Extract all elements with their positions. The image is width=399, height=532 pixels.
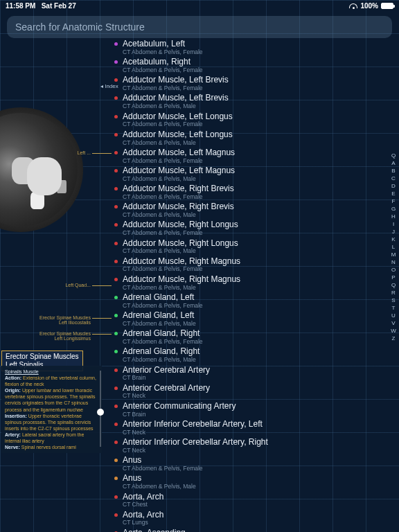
list-item[interactable]: Adductor Muscle, Left LongusCT Abdomen &… (114, 129, 384, 147)
category-dot-icon (114, 387, 118, 390)
alpha-index-letter[interactable]: E (389, 190, 398, 198)
ct-scan-image[interactable] (0, 107, 83, 232)
list-item[interactable]: AnusCT Abdomen & Pelvis, Male (114, 472, 384, 490)
alpha-index-letter[interactable]: O (389, 267, 398, 274)
alpha-index-letter[interactable]: H (389, 213, 398, 221)
item-title: Aorta, Arch (123, 511, 384, 520)
category-dot-icon (114, 169, 118, 172)
info-action-label: Action: (5, 375, 21, 380)
list-item[interactable]: Adductor Muscle, Right MagnusCT Abdomen … (114, 256, 384, 274)
category-dot-icon (114, 350, 118, 353)
leader-label[interactable]: Erector Spinae Muscles Left Longissimus (39, 331, 91, 341)
list-item[interactable]: Anterior Inferior Cerebellar Artery, Lef… (114, 418, 384, 436)
leader-label[interactable]: Erector Spinae Muscles Left Iliocostalis (39, 315, 91, 325)
category-dot-icon (114, 441, 118, 444)
list-item[interactable]: AnusCT Abdomen & Pelvis, Female (114, 454, 384, 472)
list-item[interactable]: Anterior Inferior Cerebellar Artery, Rig… (114, 436, 384, 454)
alpha-index-letter[interactable]: Q (389, 282, 398, 290)
list-item[interactable]: Adrenal Gland, RightCT Abdomen & Pelvis,… (114, 346, 384, 364)
list-item[interactable]: Adductor Muscle, Right BrevisCT Abdomen … (114, 183, 384, 201)
alpha-index-letter[interactable]: K (389, 236, 398, 244)
list-item[interactable]: Adductor Muscle, Left MagnusCT Abdomen &… (114, 165, 384, 183)
alpha-index-letter[interactable]: R (389, 290, 398, 297)
list-item[interactable]: Anterior Cerebral ArteryCT Brain (114, 364, 384, 382)
item-subtitle: CT Abdomen & Pelvis, Male (123, 285, 384, 291)
list-item[interactable]: Adductor Muscle, Right LongusCT Abdomen … (114, 219, 384, 237)
item-subtitle: CT Abdomen & Pelvis, Female (123, 85, 384, 91)
list-item[interactable]: Adrenal Gland, LeftCT Abdomen & Pelvis, … (114, 292, 384, 310)
category-dot-icon (114, 495, 118, 499)
item-subtitle: CT Abdomen & Pelvis, Female (123, 49, 384, 55)
list-item[interactable]: Anterior Communicating ArteryCT Brain (114, 400, 384, 418)
item-subtitle: CT Brain (123, 411, 384, 418)
item-title: Adductor Muscle, Left Longus (123, 130, 384, 140)
list-item[interactable]: Adductor Muscle, Right LongusCT Abdomen … (114, 238, 384, 256)
item-subtitle: CT Abdomen & Pelvis, Male (123, 484, 384, 490)
alpha-index-letter[interactable]: G (389, 206, 398, 213)
alpha-index-letter[interactable]: B (389, 168, 398, 175)
search-input[interactable]: Search for Anatomic Structure (7, 16, 392, 38)
slice-scrubber-handle[interactable] (97, 409, 104, 416)
wifi-icon (349, 3, 357, 9)
alpha-index-letter[interactable]: N (389, 259, 398, 267)
item-title: Acetabulum, Left (123, 39, 384, 49)
item-title: Adductor Muscle, Left Magnus (123, 148, 384, 158)
item-subtitle: CT Neck (123, 447, 384, 454)
alpha-index-letter[interactable]: T (389, 305, 398, 312)
list-item[interactable]: Adrenal Gland, LeftCT Abdomen & Pelvis, … (114, 310, 384, 328)
item-title: Adductor Muscle, Left Magnus (123, 166, 384, 176)
item-title: Aorta, Ascending (123, 529, 384, 532)
list-item[interactable]: Adrenal Gland, RightCT Abdomen & Pelvis,… (114, 328, 384, 346)
alpha-index-letter[interactable]: L (389, 244, 398, 251)
category-dot-icon (114, 78, 118, 82)
category-dot-icon (114, 314, 118, 317)
status-date: Sat Feb 27 (42, 2, 76, 10)
alpha-index-letter[interactable]: P (389, 274, 398, 282)
alpha-index-letter[interactable]: I (389, 221, 398, 229)
list-item[interactable]: Adductor Muscle, Left LongusCT Abdomen &… (114, 111, 384, 129)
list-item[interactable]: Aorta, ArchCT Chest (114, 491, 384, 509)
item-title: Adductor Muscle, Left Longus (123, 112, 384, 122)
alpha-index-letter[interactable]: U (389, 312, 398, 320)
item-subtitle: CT Abdomen & Pelvis, Male (123, 321, 384, 327)
alpha-index-letter[interactable]: J (389, 229, 398, 236)
alpha-index-letter[interactable]: C (389, 175, 398, 183)
item-title: Adductor Muscle, Right Longus (123, 220, 384, 230)
alpha-index-letter[interactable]: S (389, 297, 398, 305)
list-item[interactable]: Anterior Cerebral ArteryCT Neck (114, 382, 384, 400)
category-dot-icon (114, 205, 118, 209)
alpha-index-letter[interactable]: D (389, 183, 398, 190)
list-item[interactable]: Aorta, ArchCT Lungs (114, 509, 384, 527)
category-dot-icon (114, 260, 118, 263)
info-insertion-label: Insertion: (5, 414, 27, 418)
leader-label[interactable]: Left Quad... (65, 283, 91, 287)
item-subtitle: CT Abdomen & Pelvis, Female (123, 194, 384, 200)
list-item[interactable]: Acetabulum, RightCT Abdomen & Pelvis, Fe… (114, 56, 384, 74)
item-title: Anus (123, 474, 384, 484)
item-subtitle: CT Brain (123, 375, 384, 381)
item-title: Anterior Cerebral Artery (123, 366, 384, 375)
alpha-index-letter[interactable]: F (389, 198, 398, 206)
alpha-index-letter[interactable]: Z (389, 335, 398, 343)
alpha-index[interactable]: QABCDEFGHIJKLMNOPQRSTUVWZ (389, 152, 398, 343)
structure-list[interactable]: Acetabulum, LeftCT Abdomen & Pelvis, Fem… (114, 38, 384, 532)
alpha-index-letter[interactable]: V (389, 320, 398, 328)
category-dot-icon (114, 223, 118, 227)
list-item[interactable]: Adductor Muscle, Left MagnusCT Abdomen &… (114, 147, 384, 165)
list-item[interactable]: Adductor Muscle, Right BrevisCT Abdomen … (114, 201, 384, 219)
category-dot-icon (114, 332, 118, 335)
category-dot-icon (114, 60, 118, 64)
category-dot-icon (114, 459, 118, 462)
list-item[interactable]: Aorta, AscendingCT Chest (114, 527, 384, 532)
alpha-index-letter[interactable]: M (389, 251, 398, 259)
list-item[interactable]: Adductor Muscle, Left BrevisCT Abdomen &… (114, 74, 384, 92)
list-item[interactable]: Adductor Muscle, Right MagnusCT Abdomen … (114, 274, 384, 292)
leader-label[interactable]: Left ... (78, 150, 91, 155)
alpha-index-letter[interactable]: Q (389, 152, 398, 160)
alpha-index-letter[interactable]: A (389, 160, 398, 168)
item-title: Adductor Muscle, Right Brevis (123, 184, 384, 194)
info-nerve: Spinal nerves dorsal rami (21, 445, 76, 450)
list-item[interactable]: Acetabulum, LeftCT Abdomen & Pelvis, Fem… (114, 38, 384, 56)
list-item[interactable]: Adductor Muscle, Left BrevisCT Abdomen &… (114, 92, 384, 110)
alpha-index-letter[interactable]: W (389, 328, 398, 335)
